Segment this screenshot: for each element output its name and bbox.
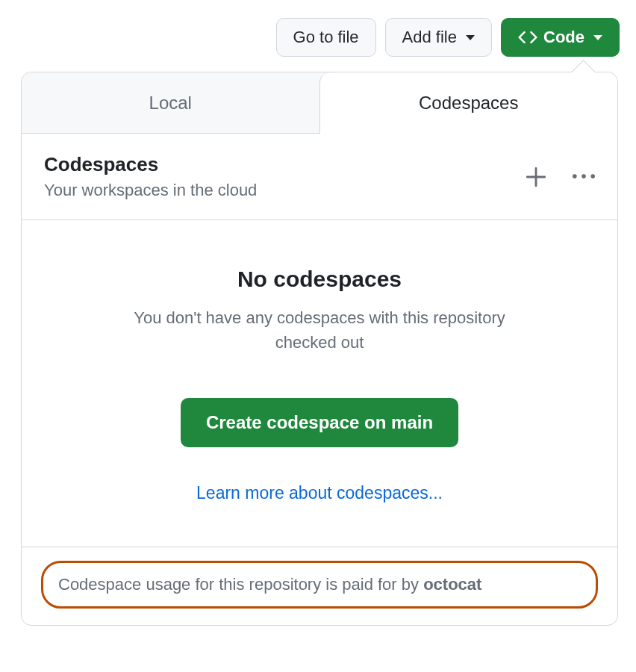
tab-local[interactable]: Local bbox=[22, 72, 319, 133]
codespaces-menu-button[interactable] bbox=[573, 166, 595, 188]
create-codespace-button[interactable]: Create codespace on main bbox=[181, 398, 458, 447]
add-codespace-button[interactable] bbox=[525, 166, 547, 188]
usage-prefix: Codespace usage for this repository is p… bbox=[58, 575, 423, 594]
caret-down-icon bbox=[466, 35, 475, 40]
codespaces-subtitle: Your workspaces in the cloud bbox=[44, 181, 525, 200]
code-icon bbox=[518, 28, 537, 47]
empty-description: You don't have any codespaces with this … bbox=[133, 305, 506, 355]
caret-down-icon bbox=[593, 35, 602, 40]
add-file-label: Add file bbox=[402, 28, 457, 47]
codespaces-title: Codespaces bbox=[44, 153, 525, 176]
code-popover: Local Codespaces Codespaces Your workspa… bbox=[21, 72, 618, 626]
tab-codespaces[interactable]: Codespaces bbox=[319, 72, 618, 134]
usage-notice: Codespace usage for this repository is p… bbox=[41, 561, 598, 609]
code-button-label: Code bbox=[543, 28, 584, 47]
empty-title: No codespaces bbox=[52, 267, 587, 292]
popover-tabs: Local Codespaces bbox=[22, 72, 617, 134]
go-to-file-button[interactable]: Go to file bbox=[276, 18, 376, 57]
codespaces-footer: Codespace usage for this repository is p… bbox=[22, 547, 617, 625]
codespaces-header: Codespaces Your workspaces in the cloud bbox=[22, 134, 617, 220]
plus-icon bbox=[525, 166, 547, 188]
learn-more-link[interactable]: Learn more about codespaces... bbox=[196, 483, 443, 503]
code-button[interactable]: Code bbox=[501, 18, 620, 57]
usage-payer: octocat bbox=[423, 575, 481, 594]
add-file-button[interactable]: Add file bbox=[385, 18, 492, 57]
codespaces-empty-state: No codespaces You don't have any codespa… bbox=[22, 220, 617, 547]
kebab-horizontal-icon bbox=[573, 166, 595, 188]
repo-toolbar: Go to file Add file Code bbox=[0, 0, 636, 57]
